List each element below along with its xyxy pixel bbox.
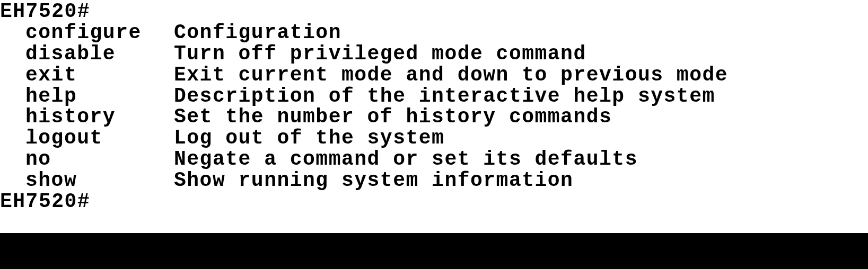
indent	[0, 170, 25, 191]
cli-prompt-top: EH7520#	[0, 1, 868, 22]
cli-command-name: history	[25, 106, 174, 128]
cli-help-row: show Show running system information	[0, 170, 868, 191]
indent	[0, 149, 25, 170]
indent	[0, 22, 25, 43]
cli-command-desc: Description of the interactive help syst…	[174, 86, 868, 107]
cli-command-desc: Exit current mode and down to previous m…	[174, 65, 868, 86]
cli-command-name: exit	[25, 65, 174, 86]
cli-prompt-bottom: EH7520#	[0, 191, 868, 212]
cli-command-name: configure	[25, 22, 174, 43]
indent	[0, 106, 25, 128]
cli-help-row: logout Log out of the system	[0, 128, 868, 149]
cli-command-name: show	[25, 170, 174, 191]
cli-command-desc: Show running system information	[174, 170, 868, 191]
cli-command-desc: Turn off privileged mode command	[174, 43, 868, 65]
cli-command-name: no	[25, 149, 174, 170]
cli-command-name: logout	[25, 128, 174, 149]
cli-help-row: no Negate a command or set its defaults	[0, 149, 868, 170]
cli-command-desc: Set the number of history commands	[174, 106, 868, 128]
indent	[0, 128, 25, 149]
indent	[0, 43, 25, 65]
cli-command-name: disable	[25, 43, 174, 65]
cli-command-desc: Configuration	[174, 22, 868, 43]
indent	[0, 86, 25, 107]
cli-help-row: configure Configuration	[0, 22, 868, 43]
cli-command-name: help	[25, 86, 174, 107]
cli-command-desc: Negate a command or set its defaults	[174, 149, 868, 170]
cli-help-row: help Description of the interactive help…	[0, 86, 868, 107]
cli-terminal[interactable]: EH7520# configure Configuration disable …	[0, 0, 868, 233]
cli-help-row: history Set the number of history comman…	[0, 106, 868, 128]
cli-command-desc: Log out of the system	[174, 128, 868, 149]
indent	[0, 65, 25, 86]
cli-help-row: disable Turn off privileged mode command	[0, 43, 868, 65]
cli-help-row: exit Exit current mode and down to previ…	[0, 65, 868, 86]
